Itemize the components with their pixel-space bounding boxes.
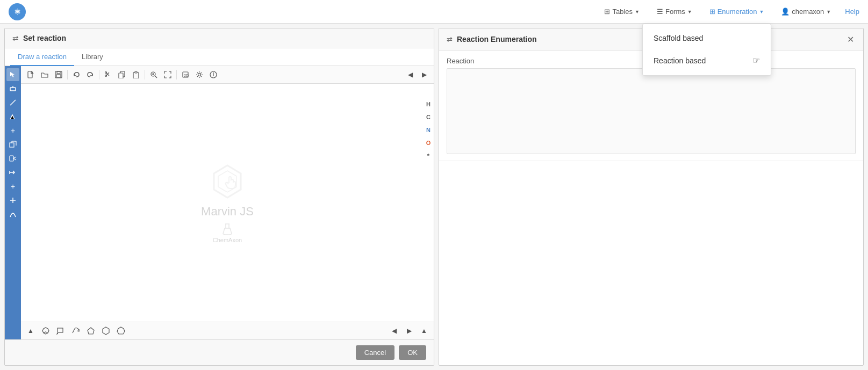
collapse-right-btn[interactable]: ▶ [418,68,431,81]
reaction-enumeration-panel: ⇄ Reaction Enumeration ✕ Reaction [439,28,864,366]
atom-star-btn[interactable]: * [424,151,433,160]
save-file-btn[interactable] [52,68,65,81]
scroll-right-btn[interactable]: ▶ [403,324,415,337]
tab-draw-reaction[interactable]: Draw a reaction [10,48,74,66]
enum-icon: ⊞ [709,8,715,16]
svg-point-30 [198,74,201,76]
hexagon-btn[interactable] [99,324,112,337]
atom-h-btn[interactable]: H [424,100,433,108]
tab-bar: Draw a reaction Library [5,48,434,66]
enumeration-dropdown: Scaffold based Reaction based ☞ [642,24,771,76]
heptagon-btn[interactable] [114,324,127,337]
svg-rect-21 [119,73,123,78]
canvas[interactable]: Marvin JS ChemAxon H C N [21,84,434,322]
r-group-tool[interactable] [6,152,19,165]
user-nav[interactable]: 👤 chemaxon ▼ [778,5,834,18]
forms-nav[interactable]: ☰ Forms ▼ [654,5,695,18]
charge-tool[interactable]: + [6,124,19,137]
reaction-based-label: Reaction based [654,56,706,65]
paste-btn[interactable] [130,68,142,81]
marvin-watermark: Marvin JS ChemAxon [201,163,254,243]
panel-header: ⇄ Set reaction [5,28,434,48]
chemaxon-text: ChemAxon [213,237,242,243]
svg-line-25 [155,76,157,78]
collapse-left-btn[interactable]: ◀ [404,68,417,81]
add-tool[interactable] [6,194,19,207]
reaction-box [447,68,856,154]
bond-chain-tool[interactable] [6,110,19,123]
marvin-hex-icon [209,163,246,200]
sgroup-tool[interactable] [6,138,19,151]
open-file-btn[interactable] [38,68,51,81]
new-file-btn[interactable] [24,68,37,81]
forms-caret-icon: ▼ [687,9,692,14]
2d-btn[interactable]: 2D [179,68,192,81]
svg-marker-36 [88,328,94,334]
user-label: chemaxon [792,8,824,16]
lasso-select-btn[interactable] [39,324,52,337]
close-button[interactable]: ✕ [845,34,856,45]
svg-rect-35 [58,328,63,332]
pentagon-btn[interactable] [84,324,97,337]
reaction-enum-icon: ⇄ [447,35,453,43]
svg-rect-7 [10,156,13,161]
left-toolbar: + + [5,66,21,339]
svg-line-9 [13,157,16,158]
forms-icon: ☰ [657,8,663,16]
atom-o-btn[interactable]: O [424,139,433,147]
app-logo: ⚛ [9,3,26,20]
svg-line-8 [13,158,16,160]
settings-btn[interactable] [193,68,206,81]
bond-single-tool[interactable] [6,96,19,109]
arrow-btn[interactable] [69,324,82,337]
select-tool[interactable] [6,68,19,81]
right-panel-title: Reaction Enumeration [457,35,537,43]
reaction-arrow-tool[interactable] [6,166,19,179]
svg-marker-37 [103,327,109,335]
separator-1 [67,70,68,79]
rect-select-btn[interactable] [54,324,67,337]
svg-text:2D: 2D [184,74,189,77]
eraser-tool[interactable] [6,82,19,95]
zoom-in-btn[interactable]: ▲ [418,324,431,337]
atom-c-btn[interactable]: C [424,113,433,121]
marvin-top-toolbar: 2D ◀ ▶ [21,66,434,84]
scroll-left-btn[interactable]: ◀ [388,324,400,337]
ok-button[interactable]: OK [399,345,426,360]
svg-rect-3 [10,143,14,147]
bottom-right-controls: ◀ ▶ ▲ [388,324,431,337]
redo-btn[interactable] [84,68,97,81]
undo-btn[interactable] [70,68,83,81]
zoom-btn[interactable] [147,68,160,81]
tables-nav[interactable]: ⊞ Tables ▼ [601,5,643,18]
reaction-based-item[interactable]: Reaction based ☞ [643,49,771,72]
user-caret-icon: ▼ [826,9,831,14]
marvin-editor: + + [5,66,434,339]
cut-btn[interactable] [102,68,114,81]
help-link[interactable]: Help [845,8,859,16]
svg-point-33 [213,73,214,74]
curve-tool[interactable] [6,208,19,221]
svg-rect-0 [10,88,16,91]
scaffold-based-item[interactable]: Scaffold based [643,27,771,49]
enumeration-nav[interactable]: ⊞ Enumeration ▼ [706,5,767,18]
info-btn[interactable] [207,68,220,81]
cancel-button[interactable]: Cancel [356,345,394,360]
reaction-icon: ⇄ [12,34,19,42]
bottom-toolbar: ▲ [21,322,434,339]
fit-btn[interactable] [161,68,174,81]
svg-rect-17 [56,75,61,77]
copy-btn[interactable] [116,68,128,81]
svg-line-2 [10,100,16,105]
drawing-area-wrapper: 2D ◀ ▶ [21,66,434,339]
marvin-logo-text: Marvin JS [201,205,254,219]
separator-3 [145,70,145,79]
atom-n-btn[interactable]: N [424,126,433,134]
bottom-collapse-btn[interactable]: ▲ [24,324,37,337]
svg-marker-38 [117,327,125,334]
svg-rect-23 [135,71,137,73]
plus-tool[interactable]: + [6,180,19,193]
tab-library[interactable]: Library [74,48,111,66]
nav-right: ⊞ Tables ▼ ☰ Forms ▼ ⊞ Enumeration ▼ 👤 c… [601,5,859,18]
cursor-icon: ☞ [752,55,760,66]
